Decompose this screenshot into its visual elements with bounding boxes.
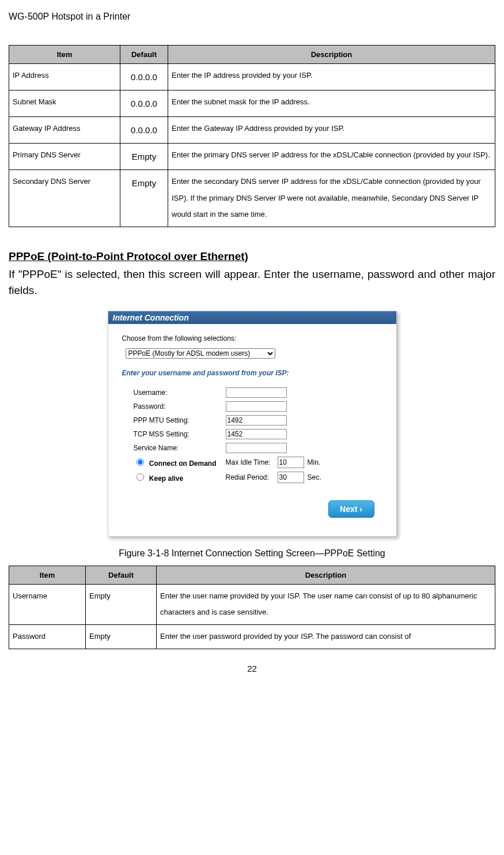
cell-default: Empty <box>120 170 168 227</box>
service-input[interactable] <box>226 443 287 453</box>
redial-period-unit: Sec. <box>308 473 321 481</box>
th-default: Default <box>86 566 157 584</box>
table-row: Primary DNS Server Empty Enter the prima… <box>9 144 495 170</box>
cell-desc: Enter the Gateway IP Address provided by… <box>168 117 495 144</box>
section-body-pppoe: If "PPPoE" is selected, then this screen… <box>9 266 495 299</box>
cell-default: Empty <box>120 144 168 170</box>
choose-label: Choose from the following selections: <box>122 334 382 342</box>
mss-input[interactable] <box>226 429 287 439</box>
max-idle-unit: Min. <box>308 458 321 466</box>
table-row: Subnet Mask 0.0.0.0 Enter the subnet mas… <box>9 91 495 117</box>
th-description: Description <box>168 46 495 64</box>
figure-caption: Figure 3-1-8 Internet Connection Setting… <box>9 548 495 559</box>
mtu-label: PPP MTU Setting: <box>134 416 226 424</box>
cell-desc: Enter the primary DNS server IP address … <box>168 144 495 170</box>
mss-label: TCP MSS Setting: <box>134 430 226 438</box>
isp-credentials-label: Enter your username and password from yo… <box>122 369 382 377</box>
username-label: Username: <box>134 389 226 397</box>
section-title-pppoe: PPPoE (Point-to-Point Protocol over Ethe… <box>9 250 495 263</box>
cell-default: Empty <box>86 624 157 649</box>
cell-desc: Enter the subnet mask for the IP address… <box>168 91 495 117</box>
cell-default: 0.0.0.0 <box>120 117 168 144</box>
th-item: Item <box>9 46 120 64</box>
redial-period-label: Redial Period: <box>226 473 278 481</box>
cell-desc: Enter the user name provided by your ISP… <box>157 584 495 624</box>
internet-connection-panel: Internet Connection Choose from the foll… <box>108 311 397 537</box>
page-header: WG-500P Hotspot in a Printer <box>9 12 495 22</box>
spec-table-2: Item Default Description Username Empty … <box>9 566 495 649</box>
max-idle-label: Max Idle Time: <box>226 458 278 466</box>
table-row: Password Empty Enter the user password p… <box>9 624 495 649</box>
cell-item: Password <box>9 624 86 649</box>
cell-default: 0.0.0.0 <box>120 91 168 117</box>
redial-period-input[interactable] <box>278 472 304 483</box>
connection-type-select[interactable]: PPPoE (Mostly for ADSL modem users) <box>126 348 275 359</box>
cell-item: Gateway IP Address <box>9 117 120 144</box>
table-row: Gateway IP Address 0.0.0.0 Enter the Gat… <box>9 117 495 144</box>
keep-alive-label: Keep alive <box>149 474 183 483</box>
cell-item: IP Address <box>9 64 120 91</box>
connect-on-demand-radio[interactable] <box>137 458 144 466</box>
table-row: IP Address 0.0.0.0 Enter the IP address … <box>9 64 495 91</box>
cell-item: Subnet Mask <box>9 91 120 117</box>
page-number: 22 <box>9 664 495 673</box>
panel-title: Internet Connection <box>108 311 396 324</box>
th-description: Description <box>157 566 495 584</box>
mtu-input[interactable] <box>226 415 287 425</box>
cell-item: Secondary DNS Server <box>9 170 120 227</box>
password-input[interactable] <box>226 401 287 412</box>
table-row: Username Empty Enter the user name provi… <box>9 584 495 624</box>
password-label: Password: <box>134 402 226 410</box>
th-default: Default <box>120 46 168 64</box>
cell-item: Username <box>9 584 86 624</box>
spec-table-1: Item Default Description IP Address 0.0.… <box>9 45 495 227</box>
cell-default: Empty <box>86 584 157 624</box>
cell-desc: Enter the IP address provided by your IS… <box>168 64 495 91</box>
max-idle-input[interactable] <box>278 457 304 468</box>
cell-desc: Enter the user password provided by your… <box>157 624 495 649</box>
table-row: Secondary DNS Server Empty Enter the sec… <box>9 170 495 227</box>
th-item: Item <box>9 566 86 584</box>
cell-default: 0.0.0.0 <box>120 64 168 91</box>
cell-item: Primary DNS Server <box>9 144 120 170</box>
service-label: Service Name: <box>134 444 226 452</box>
keep-alive-radio[interactable] <box>137 473 144 481</box>
connect-on-demand-label: Connect on Demand <box>149 459 217 468</box>
cell-desc: Enter the secondary DNS server IP addres… <box>168 170 495 227</box>
figure-wrap: Internet Connection Choose from the foll… <box>9 311 495 537</box>
next-button[interactable]: Next › <box>328 500 374 518</box>
username-input[interactable] <box>226 387 287 398</box>
